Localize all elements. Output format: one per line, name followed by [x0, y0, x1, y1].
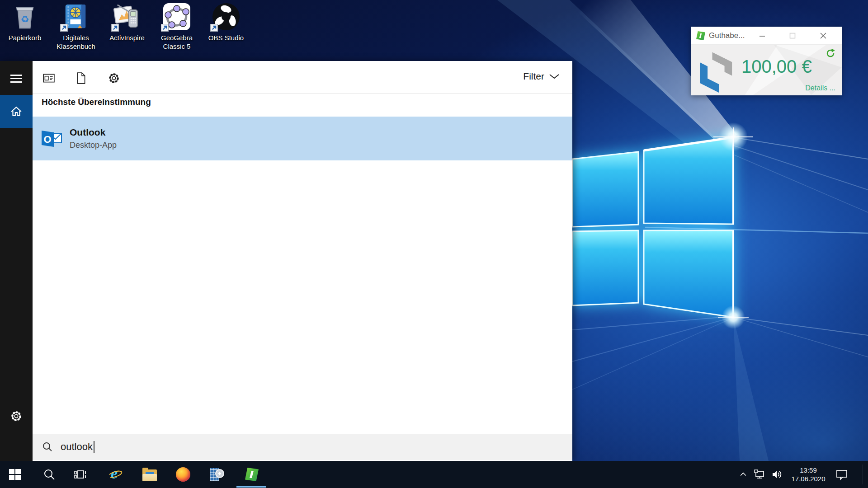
- widget-body: 100,00 € Details ...: [691, 45, 842, 95]
- geogebra-icon: [163, 3, 191, 31]
- task-view-icon: [74, 468, 87, 481]
- minimize-icon: [759, 33, 765, 39]
- taskbar-clock[interactable]: 13:59 17.06.2020: [786, 461, 831, 488]
- search-panel-main: Filter Höchste Übereinstimmung O Outlook…: [33, 61, 572, 461]
- tray-expand-button[interactable]: [736, 461, 750, 488]
- guthaben-app-icon: [245, 468, 259, 481]
- desktop-icon-label: GeoGebra Classic 5: [152, 33, 202, 51]
- file-explorer-icon: [142, 469, 157, 481]
- maximize-button[interactable]: [783, 27, 802, 45]
- start-icon: [8, 468, 22, 481]
- start-button[interactable]: [5, 461, 25, 488]
- search-input-value: outlook: [61, 441, 93, 453]
- recycle-bin-icon: ♻: [11, 3, 39, 31]
- close-icon: [820, 32, 827, 39]
- clock-time: 13:59: [786, 466, 831, 474]
- desktop-icon-label: ActivInspire: [102, 33, 152, 42]
- home-icon: [10, 105, 23, 118]
- class-register-book-icon: [62, 3, 90, 31]
- network-icon: [754, 469, 765, 480]
- speaker-icon: [771, 469, 783, 480]
- gear-icon: [10, 410, 23, 422]
- search-input[interactable]: outlook: [33, 434, 572, 460]
- details-link[interactable]: Details ...: [805, 84, 835, 92]
- start-search-panel: Filter Höchste Übereinstimmung O Outlook…: [0, 61, 572, 461]
- minimize-button[interactable]: [753, 27, 772, 45]
- shortcut-arrow-icon: [210, 24, 218, 32]
- result-subtitle: Desktop-App: [70, 141, 117, 150]
- search-result-outlook[interactable]: O Outlook Desktop-App: [33, 117, 572, 160]
- internet-explorer-button[interactable]: e: [105, 461, 125, 488]
- desktop-icon-label: Papierkorb: [0, 33, 50, 42]
- software-cd-icon: [210, 467, 224, 482]
- guthaben-widget-window: Guthabe... 100,00 € Details ...: [691, 27, 842, 95]
- activinspire-icon: [113, 3, 141, 31]
- search-icon: [43, 468, 56, 481]
- close-button[interactable]: [814, 27, 833, 45]
- hamburger-icon[interactable]: [10, 75, 22, 83]
- section-header: Höchste Übereinstimmung: [42, 97, 151, 107]
- svg-text:♻: ♻: [20, 14, 29, 25]
- sidebar-item-home[interactable]: [0, 95, 33, 128]
- app-flag-icon: [696, 31, 705, 40]
- header-separator: [33, 93, 572, 94]
- taskbar-search-button[interactable]: [39, 461, 59, 488]
- text-caret: [94, 441, 94, 453]
- desktop-icon-geogebra[interactable]: GeoGebra Classic 5: [152, 3, 202, 51]
- obs-studio-icon: [212, 3, 240, 31]
- desktop-icon-obs-studio[interactable]: OBS Studio: [201, 3, 251, 42]
- widget-title: Guthabe...: [709, 31, 745, 40]
- firefox-button[interactable]: [173, 461, 193, 488]
- widget-titlebar[interactable]: Guthabe...: [691, 27, 842, 45]
- apps-filter-icon[interactable]: [42, 71, 56, 85]
- show-desktop-divider[interactable]: [863, 465, 863, 484]
- software-cd-button[interactable]: [207, 461, 227, 488]
- internet-explorer-icon: e: [108, 467, 123, 482]
- search-panel-sidebar: [0, 61, 33, 461]
- desktop-icon-label: OBS Studio: [201, 33, 251, 42]
- outlook-icon: O: [41, 128, 62, 150]
- refresh-icon: [825, 47, 836, 59]
- action-center-button[interactable]: [832, 461, 852, 488]
- clock-date: 17.06.2020: [786, 474, 831, 483]
- shortcut-arrow-icon: [111, 24, 119, 32]
- brand-logo: [694, 47, 741, 94]
- desktop-icon-label: Digitales Klassenbuch: [51, 33, 101, 51]
- chevron-up-icon: [739, 470, 748, 479]
- volume-tray-button[interactable]: [769, 461, 785, 488]
- action-center-icon: [835, 468, 848, 481]
- desktop-icon-activinspire[interactable]: ActivInspire: [102, 3, 152, 42]
- task-view-button[interactable]: [71, 461, 90, 488]
- sidebar-item-settings[interactable]: [10, 410, 23, 424]
- file-explorer-button[interactable]: [140, 461, 160, 488]
- refresh-button[interactable]: [825, 47, 836, 61]
- filter-label: Filter: [523, 71, 544, 82]
- network-tray-button[interactable]: [751, 461, 768, 488]
- balance-amount: 100,00 €: [741, 56, 812, 77]
- shortcut-arrow-icon: [60, 24, 68, 32]
- desktop-icon-papierkorb[interactable]: ♻ Papierkorb: [0, 3, 50, 42]
- svg-text:O: O: [43, 134, 51, 145]
- taskbar: e 13:59 17.06.2020: [0, 461, 868, 488]
- maximize-icon: [789, 33, 796, 39]
- active-app-indicator: [236, 486, 266, 488]
- firefox-icon: [176, 467, 190, 482]
- document-filter-icon[interactable]: [74, 71, 88, 85]
- shortcut-arrow-icon: [161, 24, 169, 32]
- settings-filter-icon[interactable]: [107, 71, 121, 85]
- result-title: Outlook: [70, 127, 117, 138]
- desktop-icon-digitales-klassenbuch[interactable]: Digitales Klassenbuch: [51, 3, 101, 51]
- guthaben-app-button[interactable]: [242, 461, 262, 488]
- chevron-down-icon: [549, 73, 560, 80]
- filter-dropdown[interactable]: Filter: [523, 71, 560, 82]
- search-icon: [42, 441, 53, 453]
